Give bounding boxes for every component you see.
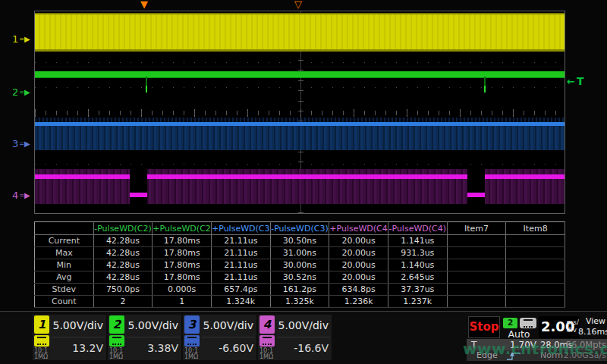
- channel-4-coupling-badge[interactable]: [259, 335, 275, 347]
- channel-4-ground-marker[interactable]: 4=▶: [12, 190, 35, 202]
- channel-4-offset[interactable]: -16.6V: [294, 342, 329, 354]
- measurement-header-Item7[interactable]: Item7: [447, 222, 506, 235]
- channel-1-badge[interactable]: 1: [34, 315, 49, 334]
- left-arrow-icon: ←: [567, 76, 575, 87]
- measurement-value-cell: 1.140us: [388, 259, 447, 271]
- table-row: Avg42.28us17.80ms21.11us30.52ns20.00us2.…: [35, 271, 565, 284]
- channel-4-settings-block[interactable]: 410:11MΩ5.00V/div-16.6V: [258, 315, 332, 360]
- trigger-source-badge[interactable]: 2: [503, 318, 517, 328]
- trigger-coupling-badge[interactable]: [520, 318, 536, 328]
- channel-marker-arrow-icon: ▶: [24, 33, 30, 46]
- coupling-mini-icon: =: [19, 33, 24, 46]
- channel-3-badge[interactable]: 3: [184, 315, 200, 334]
- measurement-header-+PulseWD(C3)[interactable]: +PulseWD(C3): [211, 222, 270, 235]
- timebase-box[interactable]: 2.00 ms/div: [539, 316, 580, 338]
- run-state-button[interactable]: Stop: [468, 316, 500, 338]
- measurement-header-Item8[interactable]: Item8: [506, 222, 565, 235]
- channel-2-ground-marker[interactable]: 2=▶: [12, 86, 35, 99]
- measurement-header-+PulseWD(C2)[interactable]: +PulseWD(C2): [153, 222, 212, 235]
- table-row: Min42.28us17.80ms21.11us30.00ns20.00us1.…: [35, 259, 565, 271]
- channel-3-coupling-badge[interactable]: [184, 335, 200, 347]
- ch4-negative-pulse: [467, 168, 485, 204]
- oscilloscope-screen: ▼ ▽ 1=▶2=▶3=▶4=▶ ←T -PulseWD(C2)+PulseWD…: [0, 0, 607, 364]
- channel-1-offset[interactable]: 13.2V: [72, 342, 103, 354]
- channel-3-offset[interactable]: -6.60V: [219, 342, 253, 354]
- measurement-header--PulseWD(C2)[interactable]: -PulseWD(C2): [93, 222, 153, 235]
- ch4-low-level: [130, 193, 147, 197]
- channel-2-coupling-badge[interactable]: [109, 335, 124, 347]
- ch3-noise-band: [35, 126, 565, 150]
- measurement-value-cell: 17.80ms: [153, 271, 212, 284]
- probe-ratio-impedance: 10:11MΩ: [109, 348, 123, 360]
- measurement-value-cell: 21.11us: [211, 247, 270, 259]
- channel-marker-number: 2: [12, 86, 18, 99]
- measurement-row-label: Avg: [35, 271, 94, 284]
- measurement-value-cell: 1.236k: [329, 296, 388, 308]
- channel-1-scale[interactable]: 5.00V/div: [52, 319, 103, 331]
- channel-3-settings-block[interactable]: 310:11MΩ5.00V/div-6.60V: [183, 315, 256, 360]
- channel-marker-arrow-icon: ▶: [24, 138, 30, 150]
- channel-4-badge[interactable]: 4: [259, 315, 275, 334]
- measurement-value-cell: 21.11us: [211, 271, 270, 284]
- measurement-value-cell: 30.50ns: [270, 235, 329, 247]
- channel-1-settings-block[interactable]: 110:11MΩ5.00V/div13.2V: [33, 315, 106, 360]
- timebase-delay-row: 28.0ms 56.0Mpts: [539, 339, 607, 350]
- channel-2-scale[interactable]: 5.00V/div: [127, 319, 178, 331]
- trigger-mode-label[interactable]: Auto: [502, 328, 536, 340]
- trigger-level-value[interactable]: 1.70V: [510, 340, 536, 350]
- channel-2-settings-block[interactable]: 210:11MΩ5.00V/div3.38V: [108, 315, 181, 360]
- measurement-value-cell: 2: [93, 296, 153, 308]
- view-block: View 8.16ms: [578, 316, 605, 337]
- block-divider: [127, 337, 180, 337]
- trigger-level-label: T: [577, 75, 584, 87]
- measurement-header--PulseWD(C3)[interactable]: -PulseWD(C3): [270, 222, 329, 235]
- measurement-value-cell: [447, 296, 506, 308]
- channel-2-badge[interactable]: 2: [109, 315, 124, 334]
- trigger-type-row: Edge: [467, 350, 539, 361]
- trigger-type-label[interactable]: Edge: [476, 350, 498, 360]
- measurement-value-cell: 1.141us: [388, 235, 447, 247]
- measurement-value-cell: 1: [153, 296, 212, 308]
- dc-coupling-icon: [263, 337, 272, 345]
- dc-coupling-icon: [524, 319, 533, 328]
- measurement-value-cell: 42.28us: [93, 271, 153, 284]
- measurement-value-cell: 30.52ns: [270, 271, 329, 284]
- measurement-value-cell: 1.237k: [388, 296, 447, 308]
- measurement-value-cell: 21.11us: [211, 235, 270, 247]
- measurement-value-cell: 31.00ns: [270, 247, 329, 259]
- channel-1-ground-marker[interactable]: 1=▶: [12, 33, 35, 46]
- trigger-t-label: T: [471, 340, 476, 350]
- measurement-value-cell: [506, 271, 565, 284]
- trigger-level-row: T 1.70V: [467, 339, 539, 350]
- ch2-negative-pulse: [146, 77, 147, 93]
- measurement-value-cell: [447, 284, 506, 296]
- channel-3-scale[interactable]: 5.00V/div: [203, 319, 253, 331]
- measurement-header-blank[interactable]: [35, 222, 94, 235]
- waveform-display[interactable]: [34, 11, 565, 214]
- memory-depth-value: 56.0Mpts: [566, 340, 606, 350]
- measurement-value-cell: 2.645us: [388, 271, 447, 284]
- trigger-delay-marker-icon[interactable]: ▼: [140, 0, 148, 10]
- measurement-header-+PulseWD(C4)[interactable]: +PulseWD(C4): [329, 222, 388, 235]
- channel-4-scale[interactable]: 5.00V/div: [278, 319, 329, 331]
- channel-1-coupling-badge[interactable]: [34, 335, 49, 347]
- table-row: Count211.324k1.325k1.236k1.237k: [35, 296, 565, 308]
- measurement-row-label: Min: [35, 259, 94, 271]
- measurement-header--PulseWD(C4)[interactable]: -PulseWD(C4): [388, 222, 447, 235]
- dc-coupling-icon: [112, 337, 121, 345]
- channel-2-offset[interactable]: 3.38V: [147, 342, 178, 354]
- trigger-position-marker-icon[interactable]: ▽: [294, 0, 302, 10]
- measurement-row-label: Current: [35, 235, 94, 247]
- dc-coupling-icon: [187, 337, 197, 345]
- channel-3-ground-marker[interactable]: 3=▶: [12, 138, 35, 150]
- measurement-value-cell: [506, 247, 565, 259]
- ch4-low-level: [467, 193, 485, 197]
- measurement-table: -PulseWD(C2)+PulseWD(C2)+PulseWD(C3)-Pul…: [34, 221, 565, 308]
- acquisition-mode-label[interactable]: Norm: [540, 350, 563, 360]
- measurement-value-cell: 931.3us: [388, 247, 447, 259]
- measurement-value-cell: 20.00us: [329, 235, 388, 247]
- horizontal-axis-minor-ticks: [35, 111, 565, 115]
- trigger-level-marker[interactable]: ←T: [567, 75, 583, 87]
- ch1-trace: [35, 13, 565, 52]
- measurement-value-cell: 20.00us: [329, 247, 388, 259]
